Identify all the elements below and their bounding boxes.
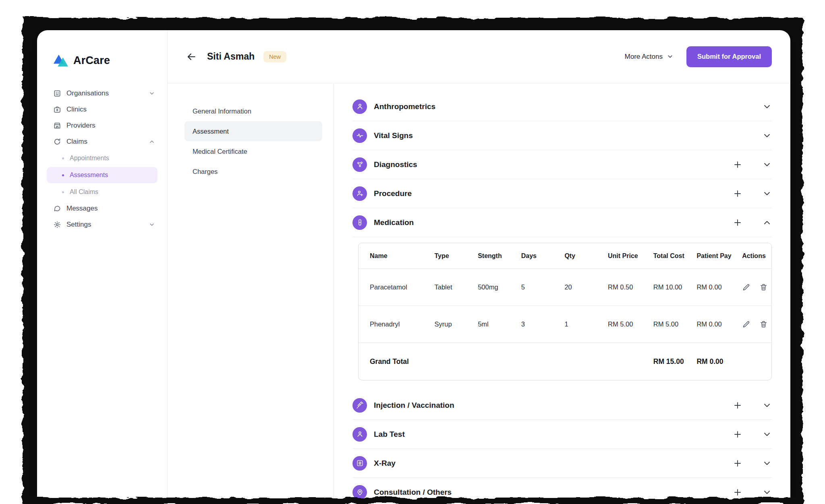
chevron-down-icon	[149, 221, 155, 228]
subnav-item-medical-certificate[interactable]: Medical Certificate	[184, 141, 322, 161]
medical-bag-icon	[53, 105, 61, 114]
table-row: Paracetamol Tablet 500mg 5 20 RM 0.50 RM…	[359, 269, 771, 306]
chevron-down-icon	[149, 90, 155, 97]
chevron-up-icon	[149, 138, 155, 145]
subnav-item-general-information[interactable]: General Information	[184, 101, 322, 121]
subnav-label: Medical Certificate	[193, 148, 247, 155]
cell-days: 5	[520, 283, 563, 291]
sidebar-subitem-label: Appointments	[70, 155, 109, 162]
section-vital-signs[interactable]: Vital Signs	[352, 121, 772, 150]
section-procedure[interactable]: Procedure	[352, 179, 772, 208]
grand-total-cost: RM 15.00	[652, 357, 695, 366]
chevron-down-icon[interactable]	[762, 189, 772, 198]
cell-name: Paracetamol	[359, 283, 433, 291]
section-x-ray[interactable]: X-Ray	[352, 449, 772, 478]
subnav-label: General Information	[193, 107, 251, 115]
procedure-icon	[352, 186, 367, 201]
section-label: Medication	[374, 218, 414, 227]
sidebar-item-settings[interactable]: Settings	[37, 217, 167, 233]
chevron-down-icon[interactable]	[762, 131, 772, 140]
sidebar-item-claims[interactable]: Claims	[37, 134, 167, 150]
cell-qty: 1	[563, 320, 606, 328]
more-actions-dropdown[interactable]: More Actons	[625, 53, 674, 61]
subnav-item-charges[interactable]: Charges	[184, 161, 322, 182]
section-label: Procedure	[374, 189, 412, 198]
content-row: General Information Assessment Medical C…	[168, 83, 790, 504]
sidebar-item-all-claims[interactable]: All Claims	[47, 184, 158, 200]
delete-trash-icon[interactable]	[759, 283, 768, 291]
back-arrow-icon[interactable]	[186, 52, 197, 62]
sidebar-item-label: Providers	[66, 122, 95, 130]
delete-trash-icon[interactable]	[759, 320, 768, 328]
anthropometrics-icon	[352, 99, 367, 114]
arcare-logo-icon	[53, 54, 68, 67]
section-injection-vaccination[interactable]: Injection / Vaccination	[352, 391, 772, 420]
section-medication[interactable]: Medication	[352, 208, 772, 237]
edit-pencil-icon[interactable]	[742, 283, 750, 291]
add-icon[interactable]	[733, 430, 742, 439]
x-ray-icon	[352, 456, 367, 471]
cell-unit-price: RM 5.00	[606, 320, 652, 328]
bullet-dot-icon	[62, 191, 64, 193]
sidebar-item-label: Clinics	[66, 105, 87, 114]
column-header-type: Type	[433, 252, 477, 260]
chevron-down-icon	[667, 53, 674, 60]
cell-patient-pay: RM 0.00	[695, 320, 740, 328]
chevron-down-icon[interactable]	[762, 160, 772, 169]
sidebar-subitem-label: Assessments	[70, 171, 108, 179]
medication-icon	[352, 215, 367, 230]
sidebar-item-messages[interactable]: Messages	[37, 200, 167, 217]
sidebar-item-label: Organisations	[66, 89, 109, 97]
storefront-icon	[53, 122, 61, 130]
add-icon[interactable]	[733, 459, 742, 468]
section-label: Anthropometrics	[374, 102, 435, 111]
grand-total-patient-pay: RM 0.00	[695, 357, 740, 366]
sidebar-item-clinics[interactable]: Clinics	[37, 101, 167, 118]
main-area: Siti Asmah New More Actons Submit for Ap…	[168, 30, 790, 504]
section-anthropometrics[interactable]: Anthropometrics	[352, 92, 772, 121]
bullet-dot-icon	[62, 157, 64, 159]
subnav-label: Charges	[193, 168, 218, 176]
sidebar-item-providers[interactable]: Providers	[37, 118, 167, 134]
cell-total-cost: RM 5.00	[652, 320, 695, 328]
sidebar-item-appointments[interactable]: Appointments	[47, 150, 158, 166]
row-actions	[740, 283, 771, 291]
chevron-down-icon[interactable]	[762, 487, 772, 497]
sidebar-item-assessments[interactable]: Assessments	[47, 167, 158, 183]
add-icon[interactable]	[733, 487, 742, 497]
cell-unit-price: RM 0.50	[606, 283, 652, 291]
sidebar-item-label: Claims	[66, 138, 87, 146]
edit-pencil-icon[interactable]	[742, 320, 750, 328]
chevron-up-icon[interactable]	[762, 218, 772, 227]
submit-for-approval-button[interactable]: Submit for Approval	[686, 46, 772, 67]
chevron-down-icon[interactable]	[762, 430, 772, 439]
sidebar-item-label: Settings	[66, 221, 91, 229]
section-label: Vital Signs	[374, 131, 413, 140]
subnav-item-assessment[interactable]: Assessment	[184, 121, 322, 141]
section-label: Lab Test	[374, 430, 405, 439]
column-header-qty: Qty	[563, 252, 606, 260]
section-label: Injection / Vaccination	[374, 401, 454, 410]
sidebar-item-organisations[interactable]: Organisations	[37, 85, 167, 101]
cell-strength: 500mg	[476, 283, 520, 291]
status-badge: New	[263, 51, 286, 62]
assessment-subnav: General Information Assessment Medical C…	[168, 83, 334, 504]
assessment-sections: Anthropometrics Vital Signs Diagnostics	[334, 83, 790, 504]
add-icon[interactable]	[733, 218, 742, 227]
vital-signs-icon	[352, 128, 367, 143]
add-icon[interactable]	[733, 189, 742, 198]
chevron-down-icon[interactable]	[762, 459, 772, 468]
cell-type: Tablet	[433, 283, 477, 291]
cell-type: Syrup	[433, 320, 477, 328]
section-diagnostics[interactable]: Diagnostics	[352, 150, 772, 179]
section-lab-test[interactable]: Lab Test	[352, 420, 772, 449]
sync-icon	[53, 138, 61, 146]
column-header-actions: Actions	[740, 252, 771, 260]
add-icon[interactable]	[733, 160, 742, 169]
add-icon[interactable]	[733, 401, 742, 410]
chevron-down-icon[interactable]	[762, 102, 772, 112]
brand-logo: ArCare	[37, 54, 167, 67]
grand-total-label: Grand Total	[359, 357, 652, 366]
chevron-down-icon[interactable]	[762, 401, 772, 410]
subnav-label: Assessment	[193, 128, 229, 135]
